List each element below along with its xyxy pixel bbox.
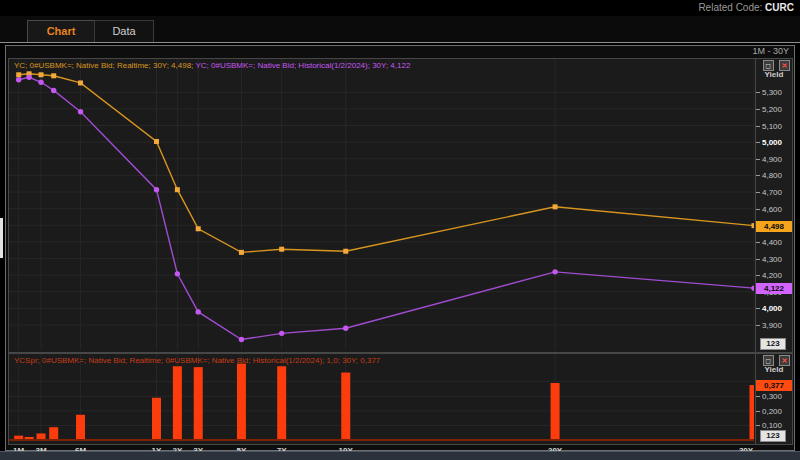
y-tick-label: 0,300 <box>756 392 792 401</box>
yield-axis-gutter: ◻ ✕ Yield 4,498 4,122 123 3,9004,0004,10… <box>755 59 792 352</box>
yield-curve-panel: YC; 0#USBMK=; Native Bid; Realtime; 30Y;… <box>8 58 793 353</box>
spread-bar-20Y <box>551 383 560 440</box>
last-price-badge-historical: 4,122 <box>756 283 792 294</box>
yield-curve-plot: YC; 0#USBMK=; Native Bid; Realtime; 30Y;… <box>9 59 754 350</box>
related-code: Related Code: CURC <box>698 2 794 13</box>
spread-legend: YCSpr; 0#USBMK=; Native Bid; Realtime; 0… <box>14 356 380 365</box>
left-scroll-handle[interactable] <box>0 218 3 258</box>
y-tick-label: 5,100 <box>756 122 792 131</box>
y-tick-label: 5,300 <box>756 88 792 97</box>
spread-axis-gutter: ◻ ✕ Yield 0,377 123 0,1000,2000,3000,400 <box>755 354 792 444</box>
data-point-marker <box>196 226 201 231</box>
spread-bar-6M <box>76 415 85 440</box>
terminal-screen: Related Code: CURC Chart Data 1M - 30Y Y… <box>0 0 800 460</box>
y-tick-label: 5,000 <box>756 138 792 147</box>
spread-bar-4M <box>49 427 58 440</box>
y-tick-label: 3,900 <box>756 321 792 330</box>
data-point-marker <box>751 285 754 290</box>
spread-bar-30Y <box>750 385 755 440</box>
data-point-marker <box>343 249 348 254</box>
data-point-marker <box>239 250 244 255</box>
data-point-marker <box>196 309 201 314</box>
data-point-marker <box>51 73 56 78</box>
maximize-panel-icon[interactable]: ◻ <box>763 355 774 366</box>
legend-realtime: YC; 0#USBMK=; Native Bid; Realtime; 30Y;… <box>14 61 193 70</box>
tab-chart[interactable]: Chart <box>27 20 95 42</box>
data-point-marker <box>78 109 83 114</box>
data-point-marker <box>16 77 21 82</box>
data-point-marker <box>752 223 755 228</box>
page-number-badge[interactable]: 123 <box>760 338 786 350</box>
data-point-marker <box>78 80 83 85</box>
bottom-window-strip <box>0 451 800 460</box>
data-point-marker <box>154 187 159 192</box>
chart-container: 1M - 30Y YC; 0#USBMK=; Native Bid; Realt… <box>5 45 795 451</box>
data-point-marker <box>39 72 44 77</box>
yield-curve-legend: YC; 0#USBMK=; Native Bid; Realtime; 30Y;… <box>14 61 410 70</box>
spread-bar-3Y <box>194 367 203 440</box>
spread-bar-10Y <box>341 373 350 440</box>
y-tick-label: 4,400 <box>756 238 792 247</box>
legend-spread: YCSpr; 0#USBMK=; Native Bid; Realtime; 0… <box>14 356 380 365</box>
yield-curve-svg <box>9 59 754 350</box>
page-number-badge[interactable]: 123 <box>760 430 786 442</box>
y-tick-label: 5,200 <box>756 105 792 114</box>
spread-svg <box>9 354 754 442</box>
data-point-marker <box>16 72 21 77</box>
data-point-marker <box>552 269 557 274</box>
tab-data[interactable]: Data <box>94 20 154 42</box>
data-point-marker <box>279 247 284 252</box>
panel-controls: ◻ ✕ <box>762 355 790 373</box>
y-tick-label: 0,200 <box>756 407 792 416</box>
panel-controls: ◻ ✕ <box>762 60 790 78</box>
maximize-panel-icon[interactable]: ◻ <box>763 60 774 71</box>
last-price-badge-realtime: 4,498 <box>756 221 792 232</box>
y-tick-label: 4,300 <box>756 255 792 264</box>
related-code-label: Related Code: <box>698 2 762 13</box>
top-bar: Related Code: CURC <box>0 0 800 16</box>
spread-bar-1Y <box>152 398 161 440</box>
y-tick-label: 4,200 <box>756 271 792 280</box>
data-point-marker <box>279 331 284 336</box>
data-point-marker <box>26 75 31 80</box>
legend-historical: YC; 0#USBMK=; Native Bid; Historical(1/2… <box>195 61 410 70</box>
data-point-marker <box>553 204 558 209</box>
spread-bar-2Y <box>173 366 182 440</box>
last-value-badge-spread: 0,377 <box>756 380 792 391</box>
data-point-marker <box>343 326 348 331</box>
data-point-marker <box>154 139 159 144</box>
close-panel-icon[interactable]: ✕ <box>779 355 790 366</box>
spread-panel: YCSpr; 0#USBMK=; Native Bid; Realtime; 0… <box>8 353 793 445</box>
related-code-value: CURC <box>765 2 794 13</box>
y-tick-label: 4,700 <box>756 188 792 197</box>
data-point-marker <box>239 337 244 342</box>
tab-bar: Chart Data <box>0 16 800 43</box>
y-tick-label: 4,600 <box>756 205 792 214</box>
y-tick-label: 4,000 <box>756 304 792 313</box>
data-point-marker <box>38 80 43 85</box>
data-point-marker <box>175 271 180 276</box>
spread-bar-7Y <box>277 366 286 440</box>
spread-plot: YCSpr; 0#USBMK=; Native Bid; Realtime; 0… <box>9 354 754 442</box>
data-point-marker <box>175 187 180 192</box>
data-point-marker <box>51 88 56 93</box>
maturity-range-label: 1M - 30Y <box>752 46 789 56</box>
y-tick-label: 4,900 <box>756 155 792 164</box>
spread-bar-5Y <box>237 364 246 440</box>
close-panel-icon[interactable]: ✕ <box>779 60 790 71</box>
y-tick-label: 4,800 <box>756 171 792 180</box>
